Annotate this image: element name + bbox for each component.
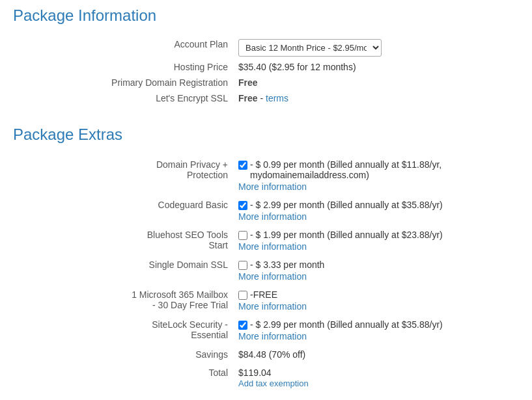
primary-domain-row: Primary Domain Registration Free [13,75,519,90]
total-label: Total [13,364,234,392]
hosting-price-value: $35.40 ($2.95 for 12 months) [234,59,519,75]
seo-tools-more-info[interactable]: More information [238,241,515,252]
total-value: $119.04 Add tax exemption [234,364,519,392]
package-info-section: Package Information Account Plan Basic 1… [13,7,519,106]
codeguard-value: - $ 2.99 per month (Billed annually at $… [234,196,519,226]
domain-privacy-label: Domain Privacy +Protection [13,155,234,196]
microsoft-365-row: 1 Microsoft 365 Mailbox- 30 Day Free Tri… [13,286,519,315]
microsoft-365-more-info[interactable]: More information [238,301,515,312]
sitelock-more-info[interactable]: More information [238,331,515,341]
sitelock-value: - $ 2.99 per month (Billed annually at $… [234,315,519,345]
seo-tools-price: - $ 1.99 per month (Billed annually at $… [250,230,443,240]
sitelock-checkbox[interactable] [238,321,247,330]
seo-tools-row: Bluehost SEO ToolsStart - $ 1.99 per mon… [13,226,519,256]
single-ssl-checkbox[interactable] [238,261,247,270]
codeguard-more-info[interactable]: More information [238,211,515,222]
package-extras-title: Package Extras [13,126,519,144]
ssl-row: Let's Encrypt SSL Free - terms [13,90,519,106]
codeguard-price: - $ 2.99 per month (Billed annually at $… [250,200,443,210]
seo-tools-label: Bluehost SEO ToolsStart [13,226,234,256]
package-info-table: Account Plan Basic 12 Month Price - $2.9… [13,36,519,106]
single-ssl-label: Single Domain SSL [13,256,234,286]
account-plan-label: Account Plan [13,36,234,59]
savings-value: $84.48 (70% off) [234,345,519,364]
account-plan-value: Basic 12 Month Price - $2.95/mo. Basic 2… [234,36,519,59]
savings-label: Savings [13,345,234,364]
microsoft-365-checkbox[interactable] [238,291,247,300]
seo-tools-checkbox[interactable] [238,231,247,240]
hosting-price-label: Hosting Price [13,59,234,75]
primary-domain-free-text: Free [238,77,258,88]
tax-exemption-link[interactable]: Add tax exemption [238,379,309,388]
codeguard-checkbox[interactable] [238,201,247,210]
seo-tools-value: - $ 1.99 per month (Billed annually at $… [234,226,519,256]
ssl-label: Let's Encrypt SSL [13,90,234,106]
primary-domain-label: Primary Domain Registration [13,75,234,90]
microsoft-365-value: -FREE More information [234,286,519,315]
microsoft-365-price: -FREE [250,289,277,300]
ssl-value: Free - terms [234,90,519,106]
ssl-free-text: Free [238,93,258,103]
single-ssl-row: Single Domain SSL - $ 3.33 per month Mor… [13,256,519,286]
account-plan-select[interactable]: Basic 12 Month Price - $2.95/mo. Basic 2… [238,39,382,57]
ssl-terms-link[interactable]: terms [266,93,288,103]
domain-privacy-value: - $ 0.99 per month (Billed annually at $… [234,155,519,196]
single-ssl-value: - $ 3.33 per month More information [234,256,519,286]
extras-table: Domain Privacy +Protection - $ 0.99 per … [13,155,519,392]
domain-privacy-more-info[interactable]: More information [238,181,515,192]
total-row: Total $119.04 Add tax exemption [13,364,519,392]
ssl-separator: - [258,93,266,103]
package-info-title: Package Information [13,7,519,25]
sitelock-label: SiteLock Security -Essential [13,315,234,345]
domain-privacy-checkbox[interactable] [238,161,247,170]
single-ssl-more-info[interactable]: More information [238,271,515,282]
sitelock-row: SiteLock Security -Essential - $ 2.99 pe… [13,315,519,345]
sitelock-price: - $ 2.99 per month (Billed annually at $… [250,319,443,330]
domain-privacy-price: - $ 0.99 per month (Billed annually at $… [250,159,515,180]
microsoft-365-label: 1 Microsoft 365 Mailbox- 30 Day Free Tri… [13,286,234,315]
savings-row: Savings $84.48 (70% off) [13,345,519,364]
hosting-price-row: Hosting Price $35.40 ($2.95 for 12 month… [13,59,519,75]
total-amount: $119.04 [238,367,272,378]
package-extras-section: Package Extras Domain Privacy +Protectio… [13,126,519,392]
account-plan-row: Account Plan Basic 12 Month Price - $2.9… [13,36,519,59]
primary-domain-value: Free [234,75,519,90]
codeguard-label: Codeguard Basic [13,196,234,226]
codeguard-row: Codeguard Basic - $ 2.99 per month (Bill… [13,196,519,226]
domain-privacy-row: Domain Privacy +Protection - $ 0.99 per … [13,155,519,196]
single-ssl-price: - $ 3.33 per month [250,260,324,270]
